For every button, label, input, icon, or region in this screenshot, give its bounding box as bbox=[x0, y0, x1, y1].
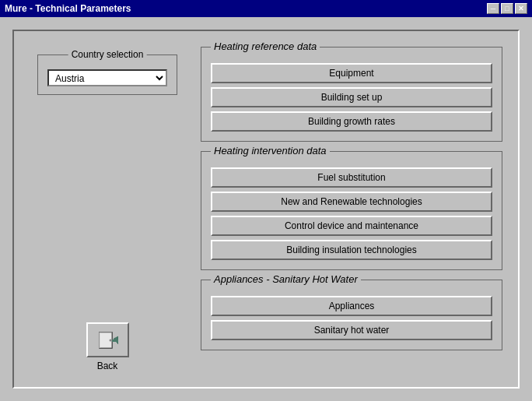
left-panel: Country selection Austria Germany France… bbox=[30, 47, 185, 371]
minimize-button[interactable]: ─ bbox=[487, 3, 499, 14]
heating-reference-section: Heating reference data Equipment Buildin… bbox=[201, 47, 502, 142]
title-bar-controls: ─ □ ✕ bbox=[487, 3, 527, 14]
appliances-section: Appliances - Sanitary Hot Water Applianc… bbox=[201, 280, 502, 350]
maximize-button[interactable]: □ bbox=[501, 3, 513, 14]
country-group: Country selection Austria Germany France… bbox=[37, 55, 177, 95]
svg-point-8 bbox=[110, 339, 112, 341]
back-button-area: Back bbox=[86, 322, 129, 371]
right-panel: Heating reference data Equipment Buildin… bbox=[201, 47, 502, 371]
heating-intervention-label: Heating intervention data bbox=[211, 145, 330, 157]
heating-intervention-section: Heating intervention data Fuel substitut… bbox=[201, 151, 502, 270]
control-device-button[interactable]: Control device and maintenance bbox=[211, 216, 492, 236]
back-label: Back bbox=[97, 361, 118, 371]
building-setup-button[interactable]: Building set up bbox=[211, 87, 492, 107]
building-insulation-button[interactable]: Building insulation technologies bbox=[211, 240, 492, 260]
svg-rect-7 bbox=[112, 339, 118, 342]
new-renewable-button[interactable]: New and Renewable technologies bbox=[211, 192, 492, 212]
fuel-substitution-button[interactable]: Fuel substitution bbox=[211, 167, 492, 188]
country-select[interactable]: Austria Germany France Italy Spain bbox=[47, 69, 167, 86]
title-bar: Mure - Technical Parameters ─ □ ✕ bbox=[0, 0, 532, 17]
heating-intervention-buttons: Fuel substitution New and Renewable tech… bbox=[211, 167, 492, 260]
appliances-label: Appliances - Sanitary Hot Water bbox=[211, 273, 361, 285]
sanitary-hot-water-button[interactable]: Sanitary hot water bbox=[211, 320, 492, 340]
heating-reference-label: Heating reference data bbox=[211, 40, 320, 52]
close-button[interactable]: ✕ bbox=[515, 3, 527, 14]
main-window: Mure - Technical Parameters ─ □ ✕ Countr… bbox=[0, 0, 532, 401]
main-panel: Country selection Austria Germany France… bbox=[12, 30, 520, 389]
building-growth-button[interactable]: Building growth rates bbox=[211, 111, 492, 132]
back-button[interactable] bbox=[86, 322, 129, 357]
equipment-button[interactable]: Equipment bbox=[211, 63, 492, 83]
window-title: Mure - Technical Parameters bbox=[5, 3, 131, 14]
appliances-button[interactable]: Appliances bbox=[211, 296, 492, 316]
country-group-label: Country selection bbox=[68, 49, 147, 60]
appliances-buttons: Appliances Sanitary hot water bbox=[211, 296, 492, 340]
window-body: Country selection Austria Germany France… bbox=[0, 17, 532, 401]
back-icon bbox=[96, 329, 118, 351]
heating-reference-buttons: Equipment Building set up Building growt… bbox=[211, 63, 492, 132]
